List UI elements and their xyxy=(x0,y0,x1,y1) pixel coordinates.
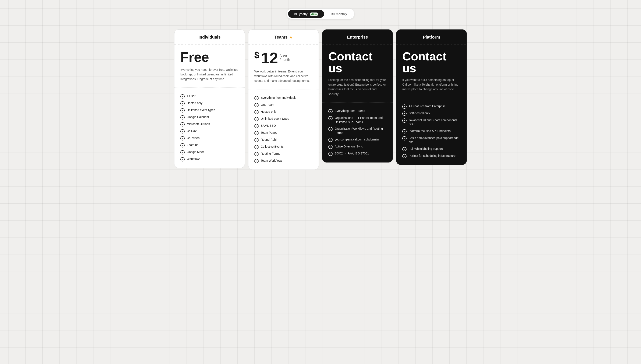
plan-price-teams: $12/user/month xyxy=(248,44,319,69)
feature-text: Everything from Teams xyxy=(335,109,365,113)
check-circle-icon xyxy=(402,147,407,151)
check-circle-icon xyxy=(254,152,259,156)
feature-text: yourcompany.cal.com subdomain xyxy=(335,138,379,142)
check-circle-icon xyxy=(254,159,259,163)
plans-grid: IndividualsFreeEverything you need, fore… xyxy=(174,30,467,170)
check-circle-icon xyxy=(180,101,185,106)
feature-item: Cal Video xyxy=(180,135,239,142)
feature-item: Organization Workflows and Routing Forms xyxy=(328,126,387,136)
feature-text: Team Pages xyxy=(261,131,277,135)
feature-item: CalDav xyxy=(180,128,239,135)
feature-text: Workflows xyxy=(187,157,200,161)
check-circle-icon xyxy=(254,138,259,142)
feature-item: Everything from Individuals xyxy=(254,94,313,102)
feature-text: All Features from Enterprise xyxy=(409,104,446,108)
feature-item: Team Workflows xyxy=(254,158,313,164)
plan-desc-individuals: Everything you need, forever free. Unlim… xyxy=(175,68,245,88)
features-section-enterprise: Everything from TeamsOrganizations — 1 P… xyxy=(322,102,393,162)
check-circle-icon xyxy=(180,143,185,148)
feature-item: Full Whitelabeling support xyxy=(402,146,461,152)
plan-price-platform: Contact us xyxy=(396,44,466,78)
feature-item: SOC2, HIPAA, ISO 27001 xyxy=(328,150,387,157)
feature-item: Microsoft Outlook xyxy=(180,121,239,128)
star-icon: ★ xyxy=(289,35,293,40)
feature-text: Microsoft Outlook xyxy=(187,122,210,126)
feature-item: Platform-focused API Endpoints xyxy=(402,128,461,135)
check-circle-icon xyxy=(254,117,259,121)
plan-price-enterprise: Contact us xyxy=(322,44,393,78)
feature-item: SAML SSO xyxy=(254,122,313,130)
billing-toggle-section: Bill yearly -20% Bill monthly xyxy=(4,8,637,19)
feature-text: 1 User xyxy=(187,94,195,98)
feature-text: Full Whitelabeling support xyxy=(409,147,443,151)
bill-yearly-button[interactable]: Bill yearly -20% xyxy=(288,10,324,18)
feature-item: yourcompany.cal.com subdomain xyxy=(328,136,387,143)
feature-text: Basic and Advanced paid support add-ons xyxy=(409,136,461,144)
price-number: 12 xyxy=(261,50,278,66)
plan-card-enterprise: EnterpriseContact usLooking for the best… xyxy=(322,30,393,162)
feature-item: Active Directory Sync xyxy=(328,143,387,150)
feature-text: Hosted only xyxy=(187,101,202,105)
feature-item: 1 User xyxy=(180,93,239,100)
feature-text: Google Meet xyxy=(187,150,204,154)
plan-header-teams: Teams★ xyxy=(248,30,319,44)
features-section-individuals: 1 UserHosted onlyUnlimited event typesGo… xyxy=(175,88,245,168)
feature-item: Team Pages xyxy=(254,130,313,136)
bill-monthly-label: Bill monthly xyxy=(331,12,347,16)
feature-item: Zoom.us xyxy=(180,142,239,149)
check-circle-icon xyxy=(402,129,407,134)
check-circle-icon xyxy=(254,96,259,100)
feature-text: Routing Forms xyxy=(261,152,280,156)
check-circle-icon xyxy=(254,124,259,128)
feature-item: Basic and Advanced paid support add-ons xyxy=(402,135,461,146)
plan-title-text-individuals: Individuals xyxy=(198,35,220,40)
check-circle-icon xyxy=(328,109,333,113)
check-circle-icon xyxy=(328,152,333,156)
check-circle-icon xyxy=(402,136,407,140)
price-amount-wrapper: $12/user/month xyxy=(254,50,313,66)
check-circle-icon xyxy=(180,136,185,140)
plan-card-individuals: IndividualsFreeEverything you need, fore… xyxy=(174,30,245,168)
check-circle-icon xyxy=(254,131,259,135)
check-circle-icon xyxy=(180,115,185,120)
feature-item: Javascript UI and React components SDK xyxy=(402,117,461,128)
feature-text: Javascript UI and React components SDK xyxy=(409,118,461,126)
price-contact-label: Contact us xyxy=(328,50,387,74)
plan-desc-teams: We work better in teams. Extend your wor… xyxy=(248,69,319,89)
check-circle-icon xyxy=(254,103,259,107)
plan-title-text-teams: Teams xyxy=(275,35,288,40)
feature-item: Everything from Teams xyxy=(328,108,387,114)
feature-text: Cal Video xyxy=(187,136,200,140)
check-circle-icon xyxy=(180,94,185,98)
feature-item: Collective Events xyxy=(254,144,313,150)
check-circle-icon xyxy=(328,127,333,131)
feature-text: Collective Events xyxy=(261,145,283,149)
check-circle-icon xyxy=(328,116,333,120)
feature-item: Workflows xyxy=(180,156,239,163)
feature-text: Organizations — 1 Parent Team and Unlimi… xyxy=(335,116,387,124)
feature-item: One Team xyxy=(254,102,313,108)
bill-monthly-button[interactable]: Bill monthly xyxy=(325,10,353,18)
check-circle-icon xyxy=(180,122,185,126)
feature-text: CalDav xyxy=(187,129,197,133)
plan-card-teams: Teams★$12/user/monthWe work better in te… xyxy=(248,30,319,170)
feature-text: One Team xyxy=(261,103,274,107)
features-section-teams: Everything from IndividualsOne TeamHoste… xyxy=(248,89,319,170)
check-circle-icon xyxy=(402,118,407,123)
check-circle-icon xyxy=(254,145,259,149)
feature-text: Everything from Individuals xyxy=(261,96,296,100)
feature-item: Unlimited event types xyxy=(180,107,239,114)
feature-item: Routing Forms xyxy=(254,150,313,158)
check-circle-icon xyxy=(402,154,407,158)
check-circle-icon xyxy=(180,129,185,134)
price-per-user: /user xyxy=(280,54,290,58)
plan-header-platform: Platform xyxy=(396,30,466,44)
price-dollar-sign: $ xyxy=(254,50,259,60)
billing-toggle-container: Bill yearly -20% Bill monthly xyxy=(287,8,355,19)
yearly-discount-badge: -20% xyxy=(310,12,318,16)
price-per-month: /month xyxy=(280,58,290,62)
price-free-label: Free xyxy=(180,50,239,64)
plan-title-enterprise: Enterprise xyxy=(328,35,387,40)
feature-text: Unlimited event types xyxy=(187,108,215,112)
plan-desc-enterprise: Looking for the best scheduling tool for… xyxy=(322,78,393,102)
